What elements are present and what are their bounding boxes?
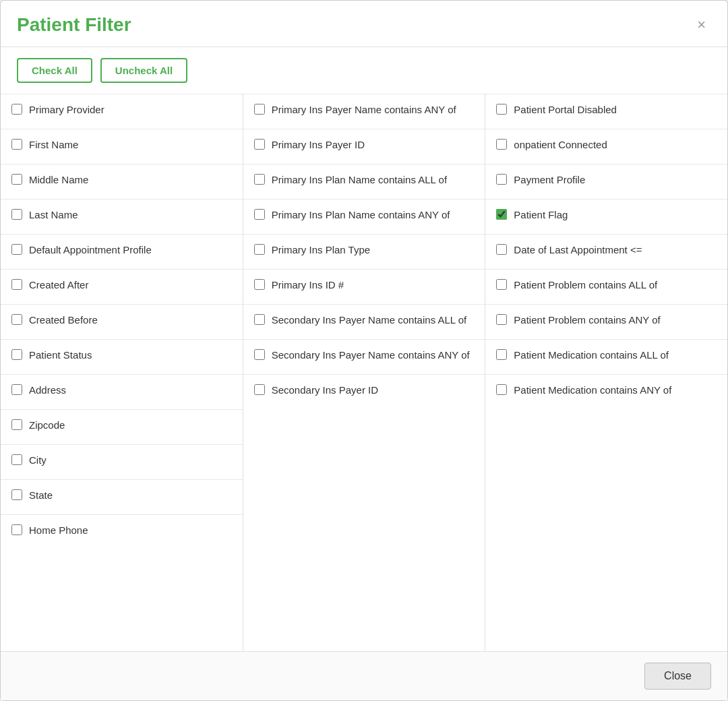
checkbox-primary-ins-plan-name-any[interactable]	[254, 209, 265, 220]
checkbox-last-name[interactable]	[11, 209, 22, 220]
checkbox-primary-ins-id[interactable]	[254, 279, 265, 290]
filter-item: First Name	[1, 129, 243, 164]
filter-item: Middle Name	[1, 164, 243, 200]
checkbox-patient-medication-any[interactable]	[496, 384, 507, 395]
label-secondary-ins-payer-name-any[interactable]: Secondary Ins Payer Name contains ANY of	[272, 348, 470, 362]
filter-item: Last Name	[1, 200, 243, 235]
filter-item: Zipcode	[1, 410, 243, 445]
filter-item: Secondary Ins Payer Name contains ALL of	[243, 305, 485, 340]
checkbox-payment-profile[interactable]	[496, 174, 507, 185]
label-payment-profile[interactable]: Payment Profile	[514, 173, 585, 187]
label-last-name[interactable]: Last Name	[29, 208, 78, 222]
label-city[interactable]: City	[29, 453, 47, 467]
filter-item: Payment Profile	[485, 164, 727, 200]
filter-item: Primary Ins Plan Name contains ALL of	[243, 164, 485, 200]
filter-item: Primary Ins Plan Type	[243, 235, 485, 270]
close-x-button[interactable]: ×	[692, 15, 711, 35]
label-patient-problem-all[interactable]: Patient Problem contains ALL of	[514, 278, 657, 292]
label-zipcode[interactable]: Zipcode	[29, 418, 65, 432]
label-primary-ins-plan-type[interactable]: Primary Ins Plan Type	[272, 243, 370, 257]
checkbox-secondary-ins-payer-id[interactable]	[254, 384, 265, 395]
checkbox-home-phone[interactable]	[11, 524, 22, 535]
filter-item: Patient Flag	[485, 200, 727, 235]
dialog-footer: Close	[1, 651, 727, 700]
label-patient-medication-any[interactable]: Patient Medication contains ANY of	[514, 383, 671, 397]
filter-item: Primary Ins ID #	[243, 270, 485, 305]
label-home-phone[interactable]: Home Phone	[29, 523, 88, 537]
label-secondary-ins-payer-name-all[interactable]: Secondary Ins Payer Name contains ALL of	[272, 313, 467, 327]
checkbox-first-name[interactable]	[11, 139, 22, 150]
label-primary-ins-payer-id[interactable]: Primary Ins Payer ID	[272, 138, 365, 152]
checkbox-patient-status[interactable]	[11, 349, 22, 360]
filter-item: Patient Medication contains ALL of	[485, 340, 727, 375]
filter-item: Primary Ins Payer ID	[243, 129, 485, 164]
dialog-title: Patient Filter	[17, 14, 131, 36]
label-onpatient-connected[interactable]: onpatient Connected	[514, 138, 607, 152]
checkbox-middle-name[interactable]	[11, 174, 22, 185]
checkbox-primary-ins-payer-id[interactable]	[254, 139, 265, 150]
label-primary-ins-payer-name-any[interactable]: Primary Ins Payer Name contains ANY of	[272, 102, 456, 117]
filter-item: Created After	[1, 270, 243, 305]
filter-column-3: Patient Portal Disabledonpatient Connect…	[485, 94, 727, 651]
filter-item: Patient Problem contains ANY of	[485, 305, 727, 340]
filter-item: Patient Status	[1, 340, 243, 375]
label-date-of-last-appointment[interactable]: Date of Last Appointment <=	[514, 243, 642, 257]
filter-item: Primary Ins Payer Name contains ANY of	[243, 94, 485, 129]
checkbox-city[interactable]	[11, 454, 22, 465]
dialog-header: Patient Filter ×	[1, 1, 727, 47]
filter-column-1: Primary ProviderFirst NameMiddle NameLas…	[1, 94, 243, 651]
checkbox-secondary-ins-payer-name-any[interactable]	[254, 349, 265, 360]
checkbox-patient-flag[interactable]	[496, 209, 507, 220]
label-state[interactable]: State	[29, 488, 53, 502]
checkbox-onpatient-connected[interactable]	[496, 139, 507, 150]
filter-item: Secondary Ins Payer ID	[243, 375, 485, 410]
label-primary-provider[interactable]: Primary Provider	[29, 102, 104, 117]
patient-filter-dialog: Patient Filter × Check All Uncheck All P…	[0, 0, 728, 701]
filter-item: Primary Ins Plan Name contains ANY of	[243, 200, 485, 235]
label-patient-portal-disabled[interactable]: Patient Portal Disabled	[514, 102, 617, 117]
checkbox-created-after[interactable]	[11, 279, 22, 290]
checkbox-patient-problem-any[interactable]	[496, 314, 507, 325]
checkbox-zipcode[interactable]	[11, 419, 22, 430]
label-primary-ins-plan-name-all[interactable]: Primary Ins Plan Name contains ALL of	[272, 173, 447, 187]
filter-item: State	[1, 480, 243, 515]
checkbox-created-before[interactable]	[11, 314, 22, 325]
checkbox-patient-problem-all[interactable]	[496, 279, 507, 290]
label-patient-problem-any[interactable]: Patient Problem contains ANY of	[514, 313, 660, 327]
close-button[interactable]: Close	[644, 663, 711, 690]
checkbox-primary-provider[interactable]	[11, 104, 22, 115]
label-created-before[interactable]: Created Before	[29, 313, 98, 327]
filter-item: Address	[1, 375, 243, 410]
checkbox-secondary-ins-payer-name-all[interactable]	[254, 314, 265, 325]
label-primary-ins-id[interactable]: Primary Ins ID #	[272, 278, 344, 292]
filter-item: Primary Provider	[1, 94, 243, 129]
filter-column-2: Primary Ins Payer Name contains ANY ofPr…	[243, 94, 486, 651]
toolbar: Check All Uncheck All	[1, 47, 727, 94]
label-secondary-ins-payer-id[interactable]: Secondary Ins Payer ID	[272, 383, 378, 397]
uncheck-all-button[interactable]: Uncheck All	[100, 58, 187, 83]
filter-item: City	[1, 445, 243, 480]
checkbox-primary-ins-plan-type[interactable]	[254, 244, 265, 255]
checkbox-date-of-last-appointment[interactable]	[496, 244, 507, 255]
checkbox-address[interactable]	[11, 384, 22, 395]
checkbox-patient-portal-disabled[interactable]	[496, 104, 507, 115]
label-first-name[interactable]: First Name	[29, 138, 78, 152]
label-default-appointment-profile[interactable]: Default Appointment Profile	[29, 243, 152, 257]
checkbox-patient-medication-all[interactable]	[496, 349, 507, 360]
label-address[interactable]: Address	[29, 383, 66, 397]
checkbox-state[interactable]	[11, 489, 22, 500]
label-created-after[interactable]: Created After	[29, 278, 88, 292]
label-patient-medication-all[interactable]: Patient Medication contains ALL of	[514, 348, 669, 362]
label-patient-flag[interactable]: Patient Flag	[514, 208, 568, 222]
checkbox-default-appointment-profile[interactable]	[11, 244, 22, 255]
label-primary-ins-plan-name-any[interactable]: Primary Ins Plan Name contains ANY of	[272, 208, 450, 222]
check-all-button[interactable]: Check All	[17, 58, 92, 83]
checkbox-primary-ins-plan-name-all[interactable]	[254, 174, 265, 185]
label-patient-status[interactable]: Patient Status	[29, 348, 92, 362]
label-middle-name[interactable]: Middle Name	[29, 173, 88, 187]
filter-item: Date of Last Appointment <=	[485, 235, 727, 270]
filter-item: Secondary Ins Payer Name contains ANY of	[243, 340, 485, 375]
filter-item: Default Appointment Profile	[1, 235, 243, 270]
filter-item: onpatient Connected	[485, 129, 727, 164]
checkbox-primary-ins-payer-name-any[interactable]	[254, 104, 265, 115]
